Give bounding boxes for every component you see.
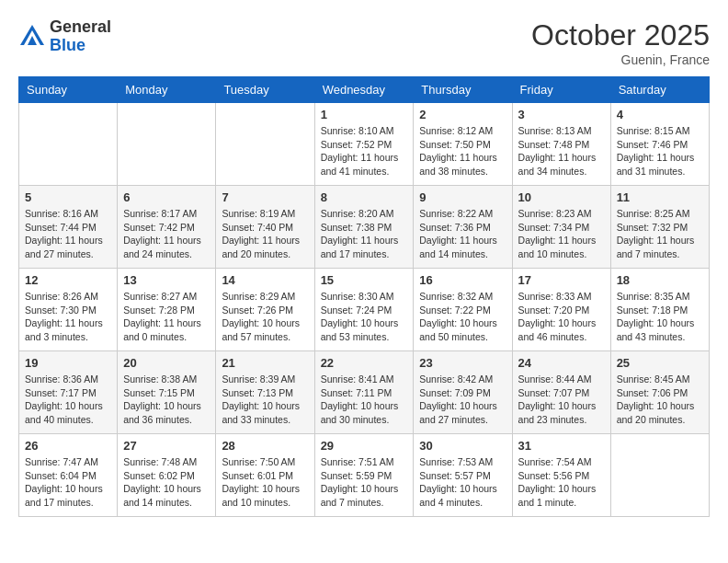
table-row: 16Sunrise: 8:32 AM Sunset: 7:22 PM Dayli…	[414, 269, 512, 351]
day-detail: Sunrise: 8:44 AM Sunset: 7:07 PM Dayligh…	[518, 373, 605, 427]
day-detail: Sunrise: 8:16 AM Sunset: 7:44 PM Dayligh…	[25, 207, 111, 261]
day-detail: Sunrise: 8:32 AM Sunset: 7:22 PM Dayligh…	[419, 290, 506, 344]
page-header: General Blue October 2025 Guenin, France	[18, 18, 710, 67]
day-detail: Sunrise: 7:48 AM Sunset: 6:02 PM Dayligh…	[123, 455, 210, 510]
location: Guenin, France	[531, 52, 710, 67]
day-number: 20	[123, 356, 210, 370]
logo-text: General Blue	[50, 18, 111, 55]
day-number: 30	[419, 439, 506, 453]
table-row: 3Sunrise: 8:13 AM Sunset: 7:48 PM Daylig…	[512, 103, 610, 186]
day-number: 13	[123, 273, 210, 287]
logo-icon	[18, 23, 46, 51]
table-row: 21Sunrise: 8:39 AM Sunset: 7:13 PM Dayli…	[216, 351, 314, 434]
table-row: 28Sunrise: 7:50 AM Sunset: 6:01 PM Dayli…	[216, 434, 314, 517]
day-detail: Sunrise: 8:23 AM Sunset: 7:34 PM Dayligh…	[518, 207, 605, 261]
day-detail: Sunrise: 8:15 AM Sunset: 7:46 PM Dayligh…	[617, 124, 703, 178]
day-number: 18	[617, 273, 703, 287]
day-detail: Sunrise: 8:20 AM Sunset: 7:38 PM Dayligh…	[321, 207, 408, 261]
table-row: 17Sunrise: 8:33 AM Sunset: 7:20 PM Dayli…	[512, 269, 610, 351]
table-row: 22Sunrise: 8:41 AM Sunset: 7:11 PM Dayli…	[314, 351, 414, 434]
day-number: 3	[518, 108, 605, 121]
day-detail: Sunrise: 7:53 AM Sunset: 5:57 PM Dayligh…	[419, 455, 506, 510]
table-row: 20Sunrise: 8:38 AM Sunset: 7:15 PM Dayli…	[118, 351, 216, 434]
table-row: 14Sunrise: 8:29 AM Sunset: 7:26 PM Dayli…	[216, 269, 314, 351]
day-detail: Sunrise: 8:33 AM Sunset: 7:20 PM Dayligh…	[518, 290, 605, 344]
col-wednesday: Wednesday	[314, 77, 414, 103]
table-row: 18Sunrise: 8:35 AM Sunset: 7:18 PM Dayli…	[610, 269, 709, 351]
logo-blue: Blue	[50, 37, 111, 55]
table-row: 7Sunrise: 8:19 AM Sunset: 7:40 PM Daylig…	[216, 186, 314, 269]
day-detail: Sunrise: 8:38 AM Sunset: 7:15 PM Dayligh…	[123, 373, 210, 427]
col-tuesday: Tuesday	[216, 77, 314, 103]
day-number: 9	[419, 190, 506, 204]
calendar-week-row: 12Sunrise: 8:26 AM Sunset: 7:30 PM Dayli…	[19, 269, 710, 351]
table-row: 19Sunrise: 8:36 AM Sunset: 7:17 PM Dayli…	[19, 351, 118, 434]
day-number: 12	[25, 273, 111, 287]
table-row: 15Sunrise: 8:30 AM Sunset: 7:24 PM Dayli…	[314, 269, 414, 351]
day-number: 8	[321, 190, 408, 204]
day-detail: Sunrise: 8:45 AM Sunset: 7:06 PM Dayligh…	[617, 373, 703, 427]
logo: General Blue	[18, 18, 111, 55]
day-number: 29	[321, 439, 408, 453]
day-number: 2	[419, 108, 506, 121]
day-number: 1	[321, 108, 408, 121]
table-row: 31Sunrise: 7:54 AM Sunset: 5:56 PM Dayli…	[512, 434, 610, 517]
calendar-week-row: 26Sunrise: 7:47 AM Sunset: 6:04 PM Dayli…	[19, 434, 710, 517]
day-detail: Sunrise: 8:35 AM Sunset: 7:18 PM Dayligh…	[617, 290, 703, 344]
day-number: 4	[617, 108, 703, 121]
calendar-week-row: 1Sunrise: 8:10 AM Sunset: 7:52 PM Daylig…	[19, 103, 710, 186]
table-row	[118, 103, 216, 186]
calendar-header-row: Sunday Monday Tuesday Wednesday Thursday…	[19, 77, 710, 103]
day-detail: Sunrise: 8:29 AM Sunset: 7:26 PM Dayligh…	[222, 290, 308, 344]
col-sunday: Sunday	[19, 77, 118, 103]
table-row: 4Sunrise: 8:15 AM Sunset: 7:46 PM Daylig…	[610, 103, 709, 186]
calendar-table: Sunday Monday Tuesday Wednesday Thursday…	[18, 76, 710, 517]
table-row: 13Sunrise: 8:27 AM Sunset: 7:28 PM Dayli…	[118, 269, 216, 351]
day-detail: Sunrise: 8:26 AM Sunset: 7:30 PM Dayligh…	[25, 290, 111, 344]
logo-general: General	[50, 18, 111, 37]
day-number: 19	[25, 356, 111, 370]
day-number: 27	[123, 439, 210, 453]
table-row: 23Sunrise: 8:42 AM Sunset: 7:09 PM Dayli…	[414, 351, 512, 434]
day-number: 21	[222, 356, 308, 370]
table-row: 30Sunrise: 7:53 AM Sunset: 5:57 PM Dayli…	[414, 434, 512, 517]
day-number: 23	[419, 356, 506, 370]
table-row: 12Sunrise: 8:26 AM Sunset: 7:30 PM Dayli…	[19, 269, 118, 351]
day-detail: Sunrise: 8:36 AM Sunset: 7:17 PM Dayligh…	[25, 373, 111, 427]
table-row: 2Sunrise: 8:12 AM Sunset: 7:50 PM Daylig…	[414, 103, 512, 186]
day-number: 11	[617, 190, 703, 204]
table-row	[216, 103, 314, 186]
day-number: 24	[518, 356, 605, 370]
day-detail: Sunrise: 8:39 AM Sunset: 7:13 PM Dayligh…	[222, 373, 308, 427]
table-row: 27Sunrise: 7:48 AM Sunset: 6:02 PM Dayli…	[118, 434, 216, 517]
day-number: 16	[419, 273, 506, 287]
table-row: 26Sunrise: 7:47 AM Sunset: 6:04 PM Dayli…	[19, 434, 118, 517]
table-row: 6Sunrise: 8:17 AM Sunset: 7:42 PM Daylig…	[118, 186, 216, 269]
day-detail: Sunrise: 7:51 AM Sunset: 5:59 PM Dayligh…	[321, 455, 408, 510]
col-monday: Monday	[118, 77, 216, 103]
table-row: 29Sunrise: 7:51 AM Sunset: 5:59 PM Dayli…	[314, 434, 414, 517]
day-detail: Sunrise: 7:54 AM Sunset: 5:56 PM Dayligh…	[518, 455, 605, 510]
day-detail: Sunrise: 8:12 AM Sunset: 7:50 PM Dayligh…	[419, 124, 506, 178]
table-row: 25Sunrise: 8:45 AM Sunset: 7:06 PM Dayli…	[610, 351, 709, 434]
col-saturday: Saturday	[610, 77, 709, 103]
table-row	[19, 103, 118, 186]
day-detail: Sunrise: 8:22 AM Sunset: 7:36 PM Dayligh…	[419, 207, 506, 261]
table-row: 1Sunrise: 8:10 AM Sunset: 7:52 PM Daylig…	[314, 103, 414, 186]
month-title: October 2025	[531, 18, 710, 52]
table-row: 9Sunrise: 8:22 AM Sunset: 7:36 PM Daylig…	[414, 186, 512, 269]
day-number: 28	[222, 439, 308, 453]
day-number: 26	[25, 439, 111, 453]
day-number: 14	[222, 273, 308, 287]
table-row: 10Sunrise: 8:23 AM Sunset: 7:34 PM Dayli…	[512, 186, 610, 269]
calendar-week-row: 19Sunrise: 8:36 AM Sunset: 7:17 PM Dayli…	[19, 351, 710, 434]
day-detail: Sunrise: 7:47 AM Sunset: 6:04 PM Dayligh…	[25, 455, 111, 510]
table-row: 24Sunrise: 8:44 AM Sunset: 7:07 PM Dayli…	[512, 351, 610, 434]
day-detail: Sunrise: 8:10 AM Sunset: 7:52 PM Dayligh…	[321, 124, 408, 178]
day-number: 7	[222, 190, 308, 204]
day-detail: Sunrise: 8:25 AM Sunset: 7:32 PM Dayligh…	[617, 207, 703, 261]
day-detail: Sunrise: 8:42 AM Sunset: 7:09 PM Dayligh…	[419, 373, 506, 427]
day-detail: Sunrise: 8:41 AM Sunset: 7:11 PM Dayligh…	[321, 373, 408, 427]
table-row: 5Sunrise: 8:16 AM Sunset: 7:44 PM Daylig…	[19, 186, 118, 269]
day-number: 15	[321, 273, 408, 287]
